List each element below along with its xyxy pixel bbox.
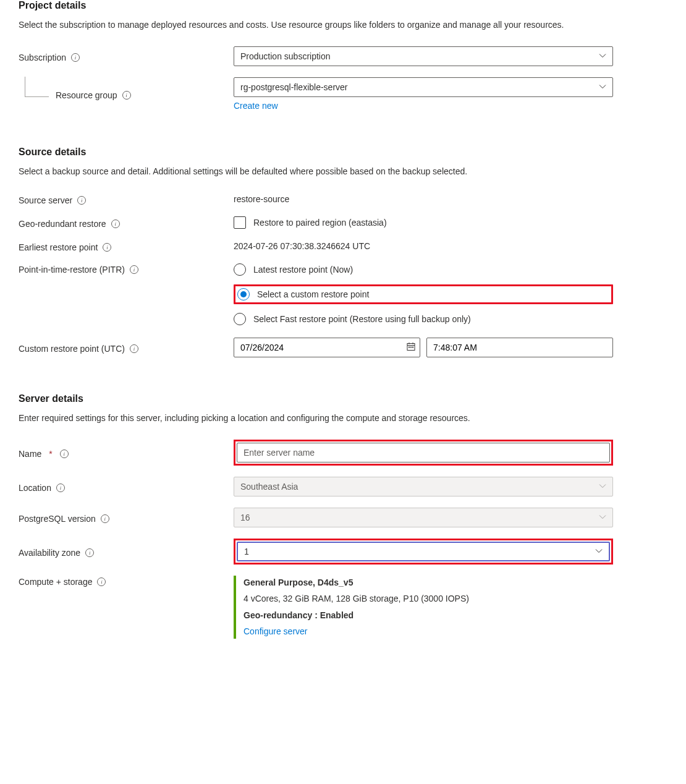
radio-icon: [234, 313, 246, 325]
server-details-desc: Enter required settings for this server,…: [19, 412, 606, 425]
server-details-heading: Server details: [19, 393, 667, 404]
info-icon[interactable]: i: [122, 91, 131, 100]
chevron-down-icon: [599, 82, 606, 92]
location-label: Location: [19, 483, 51, 493]
info-icon[interactable]: i: [97, 577, 106, 586]
required-indicator: *: [49, 449, 52, 459]
highlight-az-dropdown: 1: [234, 539, 613, 565]
pitr-radio-group: Latest restore point (Now) Select a cust…: [234, 263, 613, 325]
create-new-link[interactable]: Create new: [234, 101, 278, 111]
info-icon[interactable]: i: [77, 196, 86, 205]
info-icon[interactable]: i: [85, 548, 94, 557]
geo-restore-checkbox-label: Restore to paired region (eastasia): [253, 218, 387, 228]
source-details-heading: Source details: [19, 147, 667, 158]
earliest-restore-label: Earliest restore point: [19, 242, 98, 252]
highlight-custom-restore: Select a custom restore point: [234, 284, 613, 304]
pitr-option-fast[interactable]: Select Fast restore point (Restore using…: [234, 313, 613, 325]
compute-geo: Geo-redundancy : Enabled: [243, 608, 613, 622]
pitr-option-custom-label: Select a custom restore point: [257, 289, 369, 299]
source-server-label: Source server: [19, 195, 72, 205]
info-icon[interactable]: i: [60, 450, 69, 458]
compute-sku: General Purpose, D4ds_v5: [243, 576, 613, 589]
info-icon[interactable]: i: [130, 265, 138, 274]
source-details-desc: Select a backup source and detail. Addit…: [19, 165, 606, 178]
project-details-heading: Project details: [19, 0, 667, 11]
pitr-option-latest-label: Latest restore point (Now): [253, 265, 353, 275]
pg-version-label: PostgreSQL version: [19, 514, 96, 524]
earliest-restore-value: 2024-07-26 07:30:38.3246624 UTC: [234, 241, 370, 251]
chevron-down-icon: [599, 51, 606, 61]
geo-restore-label: Geo-redundant restore: [19, 219, 106, 229]
configure-server-link[interactable]: Configure server: [243, 624, 613, 638]
name-label: Name: [19, 449, 41, 459]
info-icon[interactable]: i: [103, 243, 111, 252]
pitr-option-custom[interactable]: Select a custom restore point: [237, 288, 369, 300]
subscription-label: Subscription: [19, 53, 66, 62]
info-icon[interactable]: i: [130, 344, 138, 353]
server-name-input[interactable]: [237, 443, 610, 462]
custom-restore-time-input[interactable]: [426, 338, 613, 357]
pg-version-dropdown: 16: [234, 508, 613, 527]
source-server-value: restore-source: [234, 194, 289, 204]
compute-storage-label: Compute + storage: [19, 577, 92, 587]
location-dropdown: Southeast Asia: [234, 477, 613, 496]
location-value: Southeast Asia: [240, 482, 298, 492]
compute-detail: 4 vCores, 32 GiB RAM, 128 GiB storage, P…: [243, 592, 613, 605]
chevron-down-icon: [595, 547, 603, 556]
availability-zone-label: Availability zone: [19, 548, 80, 558]
highlight-name-input: [234, 440, 613, 466]
resource-group-value: rg-postgresql-flexible-server: [240, 82, 348, 92]
pitr-option-fast-label: Select Fast restore point (Restore using…: [253, 314, 471, 324]
info-icon[interactable]: i: [101, 514, 109, 523]
geo-restore-checkbox[interactable]: [234, 216, 246, 229]
chevron-down-icon: [599, 482, 606, 492]
info-icon[interactable]: i: [56, 484, 65, 492]
resource-group-label: Resource group: [56, 90, 117, 100]
radio-icon: [234, 263, 246, 276]
compute-storage-summary: General Purpose, D4ds_v5 4 vCores, 32 Gi…: [234, 576, 613, 639]
custom-restore-label: Custom restore point (UTC): [19, 344, 125, 354]
subscription-value: Production subscription: [240, 51, 331, 61]
pitr-option-latest[interactable]: Latest restore point (Now): [234, 263, 613, 276]
project-details-desc: Select the subscription to manage deploy…: [19, 19, 606, 32]
availability-zone-value: 1: [244, 547, 249, 556]
info-icon[interactable]: i: [71, 53, 80, 62]
chevron-down-icon: [599, 513, 606, 522]
custom-restore-date-input[interactable]: [234, 338, 420, 357]
availability-zone-dropdown[interactable]: 1: [237, 542, 610, 561]
radio-icon-selected: [237, 288, 250, 300]
pitr-label: Point-in-time-restore (PITR): [19, 265, 125, 275]
subscription-dropdown[interactable]: Production subscription: [234, 46, 613, 66]
info-icon[interactable]: i: [111, 219, 120, 228]
pg-version-value: 16: [240, 513, 250, 522]
resource-group-dropdown[interactable]: rg-postgresql-flexible-server: [234, 77, 613, 97]
